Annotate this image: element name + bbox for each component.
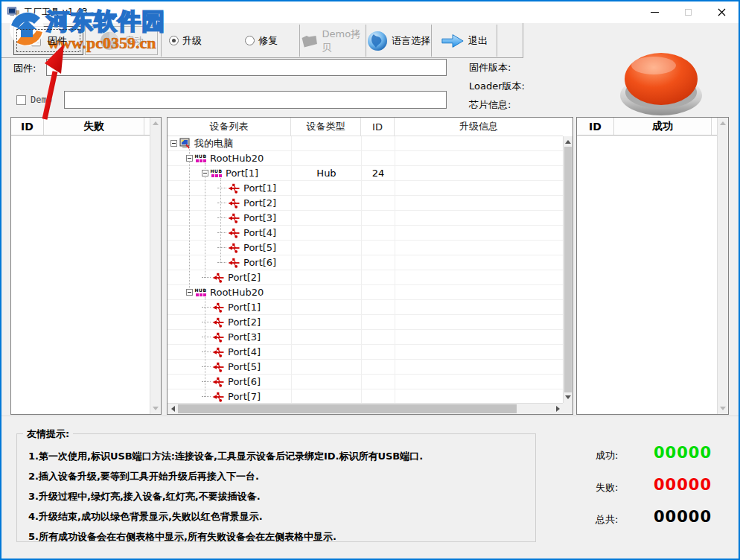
language-button[interactable]: 语言选择 [366,25,432,57]
device-type-cell [291,136,361,150]
tip-line: 1.第一次使用,标识USB端口方法:连接设备,工具显示设备后记录绑定ID.标识所… [28,446,529,466]
tree-row[interactable]: Port[2] [168,315,563,330]
tree-row[interactable]: Port[5] [168,360,563,375]
tree-row[interactable]: 我的电脑 [168,136,563,151]
scroll-down-icon[interactable] [718,403,728,414]
col-id[interactable]: ID [361,118,395,136]
usb-icon [212,302,225,314]
tree-row[interactable]: Port[6] [168,255,563,270]
demo-path-input[interactable] [64,91,447,109]
device-type-cell [291,255,361,270]
tree-connector [217,217,226,218]
exit-button[interactable]: 退出 [432,25,497,57]
scroll-right-icon[interactable] [552,404,563,414]
folder-icon [301,33,319,49]
demo-copy-label: Demo拷贝 [322,28,366,54]
tree-expander-icon[interactable] [186,155,193,162]
device-name-cell: Port[2] [168,270,291,284]
close-button[interactable] [705,1,739,23]
device-label: Port[2] [228,315,261,329]
tree-row[interactable]: Port[2] [168,196,563,211]
usb-icon [228,242,240,254]
exit-label: 退出 [468,34,488,48]
firmware-path-input[interactable] [46,59,447,76]
tree-row[interactable]: Port[3] [168,211,563,226]
radio-upgrade[interactable]: 升级 [169,34,202,48]
fail-table-scrollbar[interactable] [150,118,161,414]
usb-icon [212,346,225,358]
toolbar-button-strip: Demo拷贝 语言选择 退出 [301,25,497,57]
fail-table-header: ID 失败 [11,118,150,136]
col-device-type[interactable]: 设备类型 [291,118,361,136]
tree-row[interactable]: HUBRootHub20 [168,151,563,166]
tree-row[interactable]: Port[7] [168,389,563,403]
fail-col-id[interactable]: ID [11,118,44,135]
demo-checkbox[interactable] [16,95,26,105]
upgrade-info-cell [395,181,563,195]
status-lamp-button[interactable] [616,49,706,118]
device-label: RootHub20 [210,151,264,165]
scroll-down-icon[interactable] [150,403,161,414]
tree-row[interactable]: Port[4] [168,345,563,360]
tree-row[interactable]: HUBPort[1] Hub 24 [168,166,563,181]
tree-expander-icon[interactable] [202,170,208,176]
device-type-cell [291,270,361,284]
success-col-success[interactable]: 成功 [614,118,712,135]
tree-expander-icon[interactable] [170,140,177,147]
tree-row[interactable]: HUBRootHub20 [168,285,563,300]
device-tree-hscrollbar[interactable] [168,403,563,414]
tree-row[interactable]: Port[1] [168,181,563,196]
device-id-cell [361,285,395,299]
col-device-list[interactable]: 设备列表 [168,118,291,136]
device-name-cell: Port[2] [168,196,291,210]
tree-connector [202,307,211,308]
upgrade-info-cell [395,196,563,210]
success-table-scrollbar[interactable] [717,118,728,414]
hscroll-thumb[interactable] [178,404,517,413]
vscroll-thumb[interactable] [564,147,572,392]
scroll-up-icon[interactable] [718,118,728,129]
device-name-cell: HUBPort[1] [168,166,291,180]
device-id-cell [361,211,395,225]
fail-col-fail[interactable]: 失败 [44,118,144,135]
device-type-cell [291,375,361,389]
usb-icon [228,197,240,209]
col-upgrade-info[interactable]: 升级信息 [395,118,563,136]
tree-expander-icon[interactable] [186,289,193,296]
tree-row[interactable]: Port[5] [168,241,563,255]
scroll-up-icon[interactable] [150,118,161,129]
tree-row[interactable]: Port[4] [168,226,563,241]
start-button[interactable]: 启动 [85,26,158,55]
scroll-down-icon[interactable] [564,392,572,403]
tree-row[interactable]: Port[1] [168,300,563,315]
firmware-button[interactable]: 固件 [13,26,83,55]
tree-row[interactable]: Port[3] [168,330,563,345]
upgrade-info-cell [395,345,563,359]
device-id-cell [361,181,395,195]
minimize-button[interactable] [638,1,672,23]
section-divider [1,416,739,416]
device-id-cell [361,315,395,329]
device-tree-vscrollbar[interactable] [563,136,572,403]
device-name-cell: 我的电脑 [168,136,291,150]
upgrade-info-cell [395,151,563,165]
maximize-button[interactable] [672,1,705,23]
success-col-id[interactable]: ID [577,118,614,135]
device-type-cell [291,226,361,240]
firmware-button-label: 固件 [48,34,67,48]
maximize-icon [685,9,692,16]
fail-col-sliver [144,118,150,135]
tip-line: 2.插入设备升级,要等到工具开始升级后再接入下一台. [28,466,529,486]
success-table-body [577,136,717,414]
demo-copy-button[interactable]: Demo拷贝 [301,25,366,57]
success-table-header: ID 成功 [577,118,717,136]
device-name-cell: Port[6] [168,375,291,389]
radio-repair[interactable]: 修复 [245,34,278,48]
device-id-cell: 24 [361,166,395,180]
tree-row[interactable]: Port[6] [168,375,563,389]
tree-row[interactable]: Port[2] [168,270,563,285]
device-name-cell: Port[1] [168,181,291,195]
tree-guide-line [205,163,205,278]
scroll-left-icon[interactable] [168,404,178,414]
scroll-up-icon[interactable] [564,136,572,147]
